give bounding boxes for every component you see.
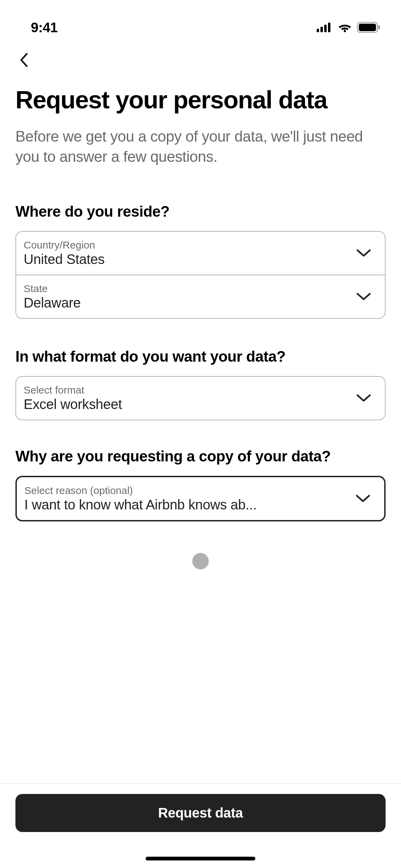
loading-indicator: [192, 553, 209, 569]
state-select[interactable]: State Delaware: [16, 275, 385, 318]
page-title: Request your personal data: [15, 86, 386, 114]
reason-label: Select reason (optional): [24, 485, 257, 496]
section-reason: Why are you requesting a copy of your da…: [15, 448, 386, 521]
country-value: United States: [24, 252, 105, 267]
nav-bar: [0, 41, 401, 75]
reason-heading: Why are you requesting a copy of your da…: [15, 448, 386, 465]
svg-rect-2: [324, 25, 327, 32]
cellular-icon: [317, 23, 332, 32]
format-heading: In what format do you want your data?: [15, 348, 386, 365]
chevron-down-icon: [355, 494, 370, 503]
content: Request your personal data Before we get…: [0, 75, 401, 521]
chevron-left-icon: [19, 52, 29, 68]
svg-rect-6: [359, 24, 376, 31]
reason-select[interactable]: Select reason (optional) I want to know …: [17, 477, 384, 520]
svg-rect-7: [378, 25, 380, 29]
country-label: Country/Region: [24, 239, 105, 251]
request-data-button[interactable]: Request data: [15, 794, 386, 832]
status-bar: 9:41: [0, 0, 401, 41]
state-label: State: [24, 283, 81, 294]
reason-value: I want to know what Airbnb knows ab...: [24, 497, 257, 513]
page-subtitle: Before we get you a copy of your data, w…: [15, 126, 386, 167]
format-select-group: Select format Excel worksheet: [15, 376, 386, 420]
reside-select-group: Country/Region United States State Delaw…: [15, 231, 386, 319]
svg-rect-1: [320, 27, 323, 32]
section-reside: Where do you reside? Country/Region Unit…: [15, 203, 386, 319]
footer: Request data: [0, 783, 401, 868]
reside-heading: Where do you reside?: [15, 203, 386, 220]
svg-rect-3: [328, 23, 330, 32]
status-icons: [317, 22, 380, 33]
country-select[interactable]: Country/Region United States: [16, 232, 385, 275]
svg-rect-0: [317, 29, 319, 32]
section-format: In what format do you want your data? Se…: [15, 348, 386, 420]
chevron-down-icon: [356, 393, 371, 403]
chevron-down-icon: [356, 248, 371, 258]
battery-icon: [357, 22, 380, 33]
chevron-down-icon: [356, 292, 371, 301]
format-value: Excel worksheet: [24, 397, 122, 412]
status-time: 9:41: [31, 20, 58, 35]
format-select[interactable]: Select format Excel worksheet: [16, 377, 385, 420]
back-button[interactable]: [15, 51, 33, 69]
wifi-icon: [338, 22, 352, 33]
state-value: Delaware: [24, 295, 81, 311]
home-indicator: [146, 857, 255, 860]
reason-select-group: Select reason (optional) I want to know …: [15, 476, 386, 521]
format-label: Select format: [24, 384, 122, 396]
svg-point-4: [344, 30, 346, 32]
